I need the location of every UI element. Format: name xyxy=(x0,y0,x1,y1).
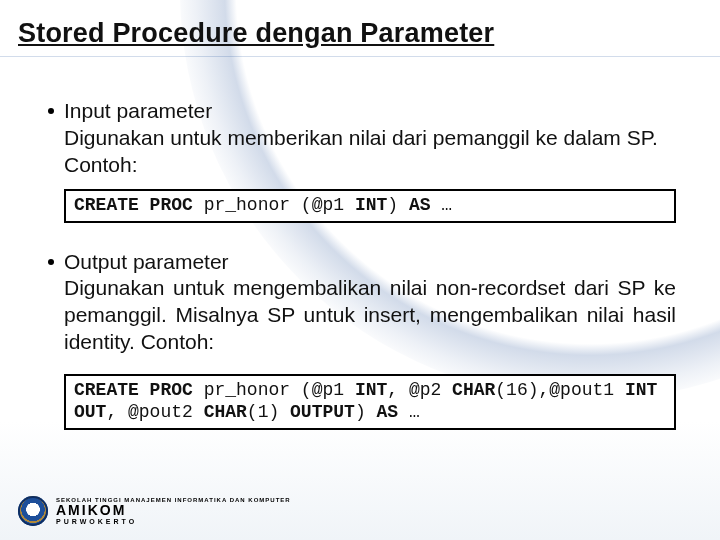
slide-root: Stored Procedure dengan Parameter Input … xyxy=(0,0,720,540)
kw-output: OUTPUT xyxy=(290,402,355,422)
bullet-text: Output parameter Digunakan untuk mengemb… xyxy=(64,249,676,357)
code-ident: pr_honor xyxy=(193,195,301,215)
kw-create-proc: CREATE PROC xyxy=(74,195,193,215)
slide-title: Stored Procedure dengan Parameter xyxy=(18,18,494,49)
code-c3: , @pout2 xyxy=(106,402,203,422)
bullet-dot-icon xyxy=(48,108,54,114)
section1-desc: Digunakan untuk memberikan nilai dari pe… xyxy=(64,126,658,176)
footer-line3: PURWOKERTO xyxy=(56,518,291,525)
code-tail: … xyxy=(431,195,453,215)
kw-as: AS xyxy=(409,195,431,215)
code-box-input: CREATE PROC pr_honor (@p1 INT) AS … xyxy=(64,189,676,223)
code-p1: (@p1 xyxy=(301,380,355,400)
kw-char: CHAR xyxy=(452,380,495,400)
kw-as2: AS xyxy=(376,402,398,422)
section2-heading: Output parameter xyxy=(64,250,229,273)
bullet-input-parameter: Input parameter Digunakan untuk memberik… xyxy=(48,98,676,179)
section2-desc: Digunakan untuk mengembalikan nilai non-… xyxy=(64,276,676,353)
code-c1: , @p2 xyxy=(387,380,452,400)
code-sz2: (16),@pout1 xyxy=(495,380,625,400)
amikom-logo-icon xyxy=(18,496,48,526)
footer-line2: AMIKOM xyxy=(56,503,291,518)
bullet-output-parameter: Output parameter Digunakan untuk mengemb… xyxy=(48,249,676,357)
code-ident: pr_honor xyxy=(193,380,301,400)
title-rule xyxy=(0,56,720,57)
code-sz4: (1) xyxy=(247,402,290,422)
bullet-text: Input parameter Digunakan untuk memberik… xyxy=(64,98,676,179)
kw-int: INT xyxy=(355,195,387,215)
footer: SEKOLAH TINGGI MANAJEMEN INFORMATIKA DAN… xyxy=(18,496,291,526)
section1-heading: Input parameter xyxy=(64,99,212,122)
bullet-dot-icon xyxy=(48,259,54,265)
code-close2: ) xyxy=(355,402,377,422)
kw-create-proc: CREATE PROC xyxy=(74,380,193,400)
code-box-output: CREATE PROC pr_honor (@p1 INT, @p2 CHAR(… xyxy=(64,374,676,430)
footer-text: SEKOLAH TINGGI MANAJEMEN INFORMATIKA DAN… xyxy=(56,497,291,525)
kw-int: INT xyxy=(355,380,387,400)
code-open: (@p1 xyxy=(301,195,355,215)
slide-body: Input parameter Digunakan untuk memberik… xyxy=(48,98,676,430)
code-tail2: … xyxy=(398,402,420,422)
kw-char2: CHAR xyxy=(204,402,247,422)
code-close: ) xyxy=(387,195,409,215)
